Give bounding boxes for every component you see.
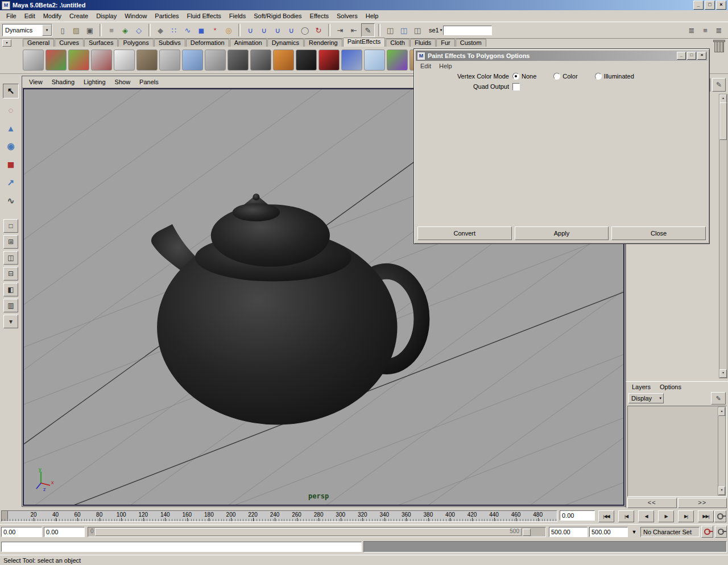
convert-button[interactable]: Convert xyxy=(417,226,512,240)
menu-set-dropdown[interactable]: Dynamics ▾ xyxy=(2,24,52,36)
select-object-icon[interactable]: ◈ xyxy=(119,24,131,36)
shelf-tab-surfaces[interactable]: Surfaces xyxy=(84,39,118,47)
dialog-title-bar[interactable]: M Paint Effects To Polygons Options _□× xyxy=(416,51,708,61)
shelf-tab-painteffects[interactable]: PaintEffects xyxy=(343,38,386,47)
layer-mode-dropdown[interactable]: Display ▾ xyxy=(628,393,664,403)
paint-effects-to-polygons-options-dialog[interactable]: M Paint Effects To Polygons Options _□× … xyxy=(413,48,710,244)
shelf-brush-6[interactable] xyxy=(136,50,158,71)
show-attribute-editor-icon[interactable]: ≣ xyxy=(685,24,698,36)
playback-start-field[interactable] xyxy=(1,527,42,537)
character-menu-arrow-icon[interactable]: ▼ xyxy=(630,527,639,537)
shelf-brush-16[interactable] xyxy=(364,50,385,71)
snap-to-points-icon[interactable]: ∪ xyxy=(271,24,284,36)
set-key-button[interactable] xyxy=(701,526,713,538)
select-component-icon[interactable]: ◇ xyxy=(133,24,145,36)
command-input[interactable] xyxy=(1,542,362,552)
chevron-down-icon[interactable]: ▾ xyxy=(440,28,442,32)
channel-box-edit-icon[interactable]: ✎ xyxy=(712,78,726,92)
last-tool[interactable]: ∿ xyxy=(3,194,18,208)
snap-to-curves-icon[interactable]: ∪ xyxy=(258,24,270,36)
move-tool[interactable]: ▲ xyxy=(3,121,18,135)
shelf-tab-cloth[interactable]: Cloth xyxy=(386,39,410,47)
shelf-tab-curves[interactable]: Curves xyxy=(55,39,84,47)
menu-create[interactable]: Create xyxy=(65,11,92,21)
shelf-tab-polygons[interactable]: Polygons xyxy=(118,39,153,47)
snap-to-grids-icon[interactable]: ∪ xyxy=(244,24,257,36)
chevron-down-icon[interactable]: ▾ xyxy=(42,24,52,36)
dialog-menu-help[interactable]: Help xyxy=(435,61,456,71)
lasso-select-tool[interactable]: ◌ xyxy=(3,103,18,117)
playback-end-field[interactable] xyxy=(589,527,628,537)
minimize-button[interactable]: _ xyxy=(693,1,704,10)
mask-rendering-icon[interactable]: ◎ xyxy=(222,24,235,36)
radio-illuminated-icon[interactable] xyxy=(595,73,602,80)
layout-outliner-persp-button[interactable]: ◧ xyxy=(3,283,18,296)
layout-split-bottom-button[interactable]: ⊟ xyxy=(3,267,18,281)
menu-help[interactable]: Help xyxy=(362,11,383,21)
quad-output-checkbox[interactable] xyxy=(512,83,520,90)
mask-surfaces-icon[interactable]: ◼ xyxy=(195,24,208,36)
menu-effects[interactable]: Effects xyxy=(306,11,333,21)
menu-particles[interactable]: Particles xyxy=(151,11,183,21)
shelf-tab-rendering[interactable]: Rendering xyxy=(304,39,342,47)
trash-icon[interactable] xyxy=(714,42,724,52)
panel-menu-panels[interactable]: Panels xyxy=(135,77,163,86)
vertex-color-option-illuminated[interactable]: Illuminated xyxy=(595,73,634,80)
apply-button[interactable]: Apply xyxy=(515,226,609,240)
quick-select-label[interactable]: se1 xyxy=(429,27,439,34)
layout-more-button[interactable]: ▾ xyxy=(3,315,18,328)
shelf-tab-subdivs[interactable]: Subdivs xyxy=(154,39,185,47)
step-back-frame-button[interactable]: ◀ xyxy=(638,510,654,522)
show-channel-box-icon[interactable]: ≣ xyxy=(713,24,725,36)
shelf-brush-7[interactable] xyxy=(159,50,180,71)
select-hierarchy-icon[interactable]: ≡ xyxy=(105,24,118,36)
play-forward-button[interactable]: ▶ xyxy=(658,510,674,522)
shelf-tab-deformation[interactable]: Deformation xyxy=(186,39,229,47)
shelf-brush-11[interactable] xyxy=(250,50,271,71)
shelf-tab-fur[interactable]: Fur xyxy=(436,39,455,47)
mask-points-icon[interactable]: ∷ xyxy=(168,24,180,36)
render-globals-icon[interactable]: ◫ xyxy=(411,24,424,36)
dialog-maximize-button[interactable]: □ xyxy=(687,52,696,60)
shelf-brush-17[interactable] xyxy=(387,50,408,71)
layout-two-pane-button[interactable]: ◫ xyxy=(3,251,18,265)
animation-start-field[interactable] xyxy=(44,527,85,537)
shelf-brush-4[interactable] xyxy=(91,50,112,71)
save-scene-icon[interactable]: ▣ xyxy=(84,24,96,36)
panel-menu-show[interactable]: Show xyxy=(110,77,135,86)
shelf-tab-general[interactable]: General xyxy=(23,39,54,47)
channel-box-scrollbar[interactable]: ▴ ▾ xyxy=(719,94,727,378)
input-connections-icon[interactable]: ⇥ xyxy=(334,24,346,36)
new-layer-icon[interactable]: ✎ xyxy=(711,392,726,405)
ipr-render-icon[interactable]: ◫ xyxy=(398,24,410,36)
scale-tool[interactable]: ◼ xyxy=(3,158,18,171)
step-back-key-button[interactable]: |◀ xyxy=(618,510,634,522)
shelf-brush-12[interactable] xyxy=(273,50,294,71)
animation-preferences-button[interactable] xyxy=(715,526,727,538)
radio-color-icon[interactable] xyxy=(553,73,560,80)
shelf-brush-5[interactable] xyxy=(114,50,135,71)
menu-fluid-effects[interactable]: Fluid Effects xyxy=(183,11,225,21)
teapot-object[interactable] xyxy=(151,193,421,424)
render-current-frame-icon[interactable]: ◫ xyxy=(384,24,396,36)
scroll-up-icon[interactable]: ▴ xyxy=(718,407,725,416)
output-connections-icon[interactable]: ⇤ xyxy=(348,24,360,36)
layout-four-pane-button[interactable]: ⊞ xyxy=(3,235,18,249)
dialog-minimize-button[interactable]: _ xyxy=(677,52,686,60)
dialog-close-button[interactable]: × xyxy=(697,52,706,60)
step-forward-frame-button[interactable]: ▶| xyxy=(678,510,694,522)
snap-to-planes-icon[interactable]: ∪ xyxy=(285,24,297,36)
show-tool-settings-icon[interactable]: ≡ xyxy=(699,24,712,36)
layers-menu-options[interactable]: Options xyxy=(655,382,686,391)
title-bar[interactable]: M Maya 5.0Beta2: .\untitled _□× xyxy=(0,0,728,10)
vertex-color-option-none[interactable]: None xyxy=(512,73,536,80)
range-slider-track[interactable]: 0 500 xyxy=(88,527,546,537)
range-slider-thumb[interactable] xyxy=(95,528,522,536)
paint-effects-panel-icon[interactable]: ✎ xyxy=(361,23,375,37)
scroll-down-icon[interactable]: ▾ xyxy=(718,486,725,495)
scroll-up-icon[interactable]: ▴ xyxy=(719,94,727,103)
menu-fields[interactable]: Fields xyxy=(225,11,250,21)
vertex-color-option-color[interactable]: Color xyxy=(553,73,577,80)
animation-end-field[interactable] xyxy=(549,527,588,537)
soft-mod-tool[interactable]: ↗ xyxy=(3,176,18,189)
